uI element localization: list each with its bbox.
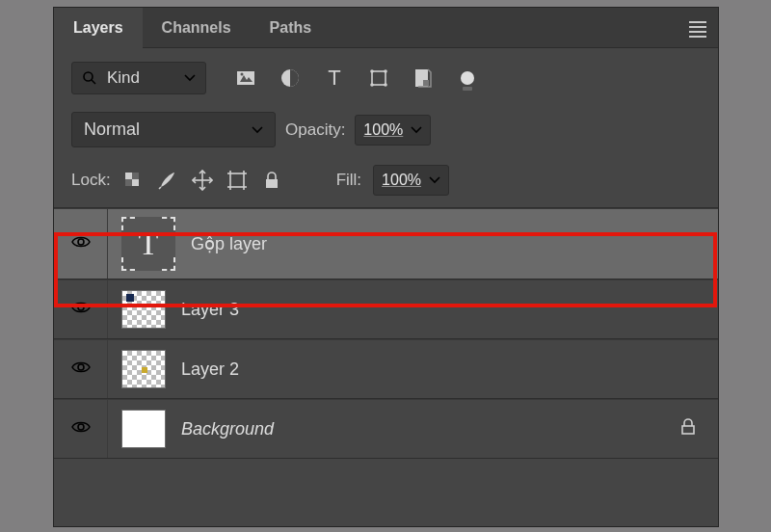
- svg-line-1: [92, 80, 95, 84]
- layer-filter-row: Kind T: [54, 48, 718, 104]
- svg-point-30: [78, 239, 84, 245]
- filter-type-icons: T: [235, 67, 478, 89]
- opacity-dropdown[interactable]: 100%: [355, 115, 431, 146]
- svg-rect-16: [132, 173, 139, 179]
- panel-menu-icon[interactable]: [689, 21, 706, 38]
- adjustment-layer-filter-icon[interactable]: [279, 67, 301, 89]
- eye-icon: [71, 235, 91, 253]
- svg-rect-14: [125, 173, 132, 179]
- svg-point-11: [384, 83, 387, 87]
- layer-item-background[interactable]: Background: [54, 399, 718, 459]
- type-layer-filter-icon[interactable]: T: [324, 67, 345, 89]
- svg-point-10: [370, 83, 374, 87]
- lock-all-icon[interactable]: [261, 170, 282, 191]
- svg-point-8: [370, 69, 374, 73]
- visibility-toggle[interactable]: [54, 340, 108, 398]
- lock-row: Lock: Fill: 100%: [54, 155, 718, 208]
- layer-item[interactable]: Layer 3: [54, 279, 718, 339]
- tab-layers[interactable]: Layers: [54, 8, 143, 48]
- svg-point-9: [384, 69, 387, 73]
- svg-rect-7: [372, 71, 386, 85]
- visibility-toggle[interactable]: [54, 400, 108, 458]
- filter-toggle-switch[interactable]: [457, 67, 478, 89]
- search-icon: [82, 70, 97, 86]
- type-icon: T: [139, 226, 159, 262]
- kind-label: Kind: [107, 68, 174, 88]
- pixel-layer-filter-icon[interactable]: [235, 67, 256, 89]
- layer-item-selected[interactable]: T Gộp layer: [54, 208, 718, 279]
- lock-transparency-icon[interactable]: [122, 170, 144, 191]
- blend-mode-row: Normal Opacity: 100%: [54, 104, 718, 155]
- blend-mode-dropdown[interactable]: Normal: [71, 112, 276, 147]
- lock-icon[interactable]: [679, 418, 697, 439]
- chevron-down-icon: [184, 74, 196, 82]
- svg-point-4: [241, 73, 244, 76]
- svg-rect-13: [423, 80, 429, 86]
- svg-point-0: [84, 72, 93, 81]
- lock-position-icon[interactable]: [192, 170, 213, 191]
- eye-icon: [71, 360, 91, 378]
- panel-tab-bar: Layers Channels Paths: [54, 8, 718, 48]
- opacity-label: Opacity:: [285, 120, 345, 140]
- svg-rect-17: [125, 179, 132, 186]
- layer-thumbnail[interactable]: [121, 290, 166, 329]
- svg-point-32: [78, 364, 84, 370]
- fill-value: 100%: [382, 172, 421, 189]
- smart-object-filter-icon[interactable]: [412, 67, 434, 89]
- layers-panel: Layers Channels Paths Kind T: [53, 7, 719, 527]
- fill-dropdown[interactable]: 100%: [373, 165, 449, 196]
- chevron-down-icon: [429, 176, 440, 184]
- lock-label: Lock:: [71, 171, 111, 190]
- eye-icon: [71, 301, 91, 318]
- svg-point-33: [78, 424, 84, 430]
- lock-artboard-icon[interactable]: [226, 170, 248, 191]
- layer-thumbnail-type: T: [121, 217, 175, 271]
- eye-icon: [71, 420, 91, 438]
- layer-name[interactable]: Layer 3: [181, 300, 239, 320]
- tab-channels[interactable]: Channels: [143, 8, 251, 48]
- layer-thumbnail[interactable]: [121, 410, 166, 448]
- layer-name[interactable]: Layer 2: [181, 359, 239, 380]
- visibility-toggle[interactable]: [54, 209, 108, 279]
- svg-rect-15: [132, 179, 139, 186]
- svg-text:T: T: [328, 67, 340, 89]
- blend-mode-value: Normal: [84, 120, 240, 140]
- visibility-toggle[interactable]: [54, 280, 108, 338]
- layer-name[interactable]: Background: [181, 419, 274, 439]
- svg-point-31: [78, 305, 84, 310]
- layer-thumbnail[interactable]: [121, 350, 166, 388]
- lock-pixels-icon[interactable]: [157, 170, 178, 191]
- opacity-value: 100%: [363, 121, 403, 139]
- svg-rect-2: [237, 71, 254, 85]
- layer-item[interactable]: Layer 2: [54, 339, 718, 399]
- fill-label: Fill:: [336, 171, 361, 190]
- layer-name[interactable]: Gộp layer: [191, 233, 267, 254]
- svg-rect-34: [682, 426, 694, 434]
- svg-rect-20: [230, 173, 244, 187]
- svg-rect-29: [266, 179, 278, 188]
- chevron-down-icon: [411, 126, 422, 134]
- chevron-down-icon: [252, 126, 263, 134]
- tab-paths[interactable]: Paths: [251, 8, 332, 48]
- layer-list: T Gộp layer Layer 3 Layer 2 Background: [54, 208, 718, 459]
- shape-layer-filter-icon[interactable]: [368, 67, 389, 89]
- kind-filter-dropdown[interactable]: Kind: [71, 62, 206, 94]
